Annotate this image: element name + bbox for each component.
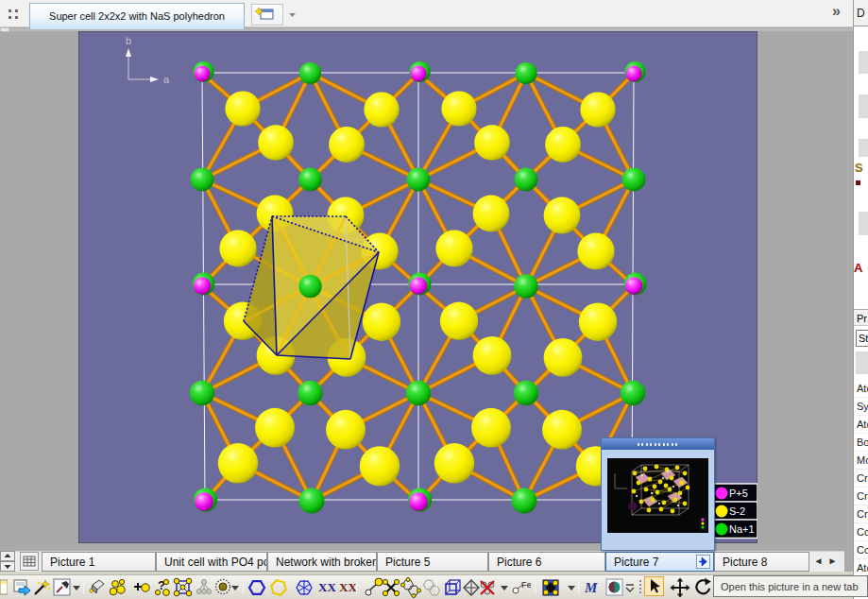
svg-text:Fe: Fe [521, 580, 531, 590]
svg-text:XX: XX [318, 580, 336, 594]
svg-text:XX: XX [339, 580, 357, 594]
svg-text:M: M [584, 580, 598, 595]
svg-text:a: a [163, 74, 170, 85]
svg-text:b: b [126, 35, 131, 46]
svg-text:S-2: S-2 [729, 505, 745, 517]
svg-text:Na+1: Na+1 [729, 523, 755, 535]
svg-text:P+5: P+5 [729, 488, 748, 499]
